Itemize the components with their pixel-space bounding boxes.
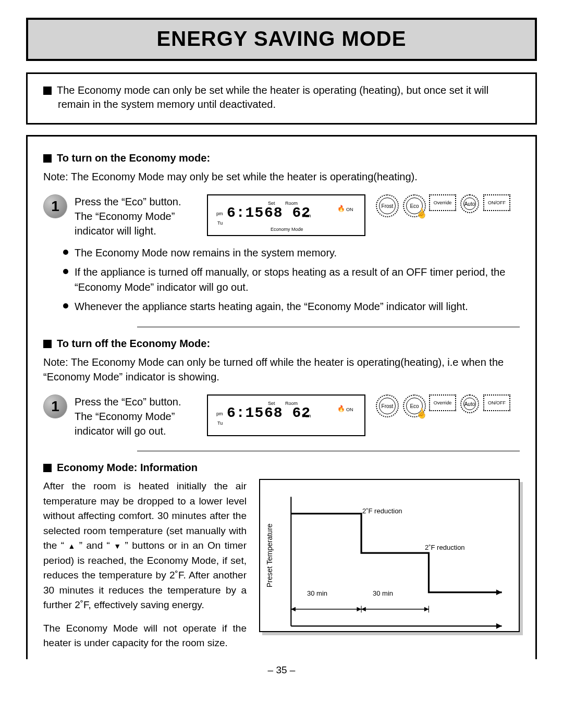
flame-icon: 🔥 bbox=[337, 405, 345, 412]
lcd-day: Tu bbox=[217, 421, 223, 426]
override-button[interactable]: Override bbox=[429, 194, 456, 211]
control-buttons-off: Frost Eco ☝ Override Auto ON/OFF bbox=[373, 394, 520, 417]
chart-30min-a: 30 min bbox=[307, 589, 327, 597]
onoff-button[interactable]: ON/OFF bbox=[483, 394, 510, 411]
chart-svg bbox=[260, 480, 519, 643]
lcd-man: Man bbox=[302, 213, 311, 218]
lcd-panel: pm Tu 6:15 Set Room 68 62 Man 🔥 ON bbox=[207, 394, 365, 436]
svg-marker-3 bbox=[496, 589, 502, 595]
svg-marker-12 bbox=[361, 607, 366, 612]
list-item: The Economy Mode now remains in the syst… bbox=[63, 245, 520, 261]
svg-marker-7 bbox=[357, 607, 361, 612]
hand-pointer-icon: ☝ bbox=[414, 206, 429, 221]
step-off-row: 1 Press the “Eco” button. The “Economy M… bbox=[43, 394, 520, 438]
page-number: – 35 – bbox=[26, 664, 537, 676]
lcd-on: ON bbox=[346, 407, 353, 412]
hand-pointer-icon: ☝ bbox=[414, 406, 429, 421]
flame-icon: 🔥 bbox=[337, 205, 345, 212]
onoff-button[interactable]: ON/OFF bbox=[483, 194, 510, 211]
lcd-day: Tu bbox=[217, 220, 223, 226]
lcd-man: Man bbox=[302, 413, 311, 418]
lcd-pm: pm bbox=[216, 411, 223, 416]
frost-button[interactable]: Frost bbox=[376, 394, 399, 417]
intro-line1: The Economy mode can only be set while t… bbox=[43, 84, 488, 96]
eco-button[interactable]: Eco ☝ bbox=[403, 394, 426, 417]
auto-button[interactable]: Auto bbox=[460, 194, 479, 213]
svg-marker-2 bbox=[496, 623, 502, 629]
step-off-text: Press the “Eco” button. The “Economy Mod… bbox=[75, 394, 200, 438]
section-off-note: Note: The Economy Mode can only be turne… bbox=[43, 355, 520, 384]
list-item: If the appliance is turned off manually,… bbox=[63, 265, 520, 295]
svg-marker-11 bbox=[424, 607, 429, 612]
lcd-display-on: pm Tu 6:15 Set Room 68 62 Man 🔥 ON Econo… bbox=[207, 194, 365, 236]
chart-30min-b: 30 min bbox=[373, 589, 393, 597]
on-bullet-list: The Economy Mode now remains in the syst… bbox=[43, 245, 520, 314]
info-row: After the room is heated initially the a… bbox=[43, 479, 520, 659]
divider bbox=[137, 327, 520, 327]
main-content: To turn on the Economy mode: Note: The E… bbox=[26, 135, 537, 659]
list-item: Whenever the appliance starts heating ag… bbox=[63, 299, 520, 314]
section-on-title: To turn on the Economy mode: bbox=[43, 152, 520, 164]
intro-line2: remain in the system memory until deacti… bbox=[58, 97, 520, 112]
lcd-display-off: pm Tu 6:15 Set Room 68 62 Man 🔥 ON bbox=[207, 394, 365, 436]
divider bbox=[137, 451, 520, 451]
up-triangle-icon: ▲ bbox=[68, 541, 76, 552]
page-title: ENERGY SAVING MODE bbox=[28, 27, 535, 51]
step-number: 1 bbox=[43, 394, 67, 418]
lcd-pm: pm bbox=[216, 211, 223, 216]
override-button[interactable]: Override bbox=[429, 394, 456, 411]
intro-text: The Economy mode can only be set while t… bbox=[43, 83, 520, 112]
info-para1b: ” and “ bbox=[75, 540, 114, 551]
chart-reduction2: 2˚F reduction bbox=[425, 544, 465, 551]
intro-box: The Economy mode can only be set while t… bbox=[26, 72, 537, 125]
lcd-eco-mode: Economy Mode bbox=[271, 227, 303, 232]
info-para2: The Economy Mode will not operate if the… bbox=[43, 621, 247, 651]
section-info-title: Economy Mode: Information bbox=[43, 462, 520, 474]
auto-button[interactable]: Auto bbox=[460, 394, 479, 413]
control-buttons-on: Frost Eco ☝ Override Auto ON/OFF bbox=[373, 194, 520, 217]
chart-reduction1: 2˚F reduction bbox=[362, 507, 402, 515]
down-triangle-icon: ▼ bbox=[114, 541, 121, 552]
step-on-text: Press the “Eco” button. The “Economy Mod… bbox=[75, 194, 200, 238]
section-off-title: To turn off the Economy Mode: bbox=[43, 338, 520, 350]
economy-chart: Preset Temperature bbox=[259, 479, 520, 632]
info-text: After the room is heated initially the a… bbox=[43, 479, 247, 659]
step-on-row: 1 Press the “Eco” button. The “Economy M… bbox=[43, 194, 520, 238]
eco-button[interactable]: Eco ☝ bbox=[403, 194, 426, 217]
lcd-on: ON bbox=[346, 207, 353, 212]
page-title-box: ENERGY SAVING MODE bbox=[26, 18, 537, 61]
lcd-panel: pm Tu 6:15 Set Room 68 62 Man 🔥 ON Econo… bbox=[207, 194, 365, 236]
section-on-note: Note: The Economy Mode may only be set w… bbox=[43, 169, 520, 184]
lcd-time: 6:15 bbox=[227, 205, 264, 221]
svg-marker-8 bbox=[291, 607, 296, 612]
step-number: 1 bbox=[43, 194, 67, 218]
frost-button[interactable]: Frost bbox=[376, 194, 399, 217]
lcd-time: 6:15 bbox=[227, 405, 264, 421]
